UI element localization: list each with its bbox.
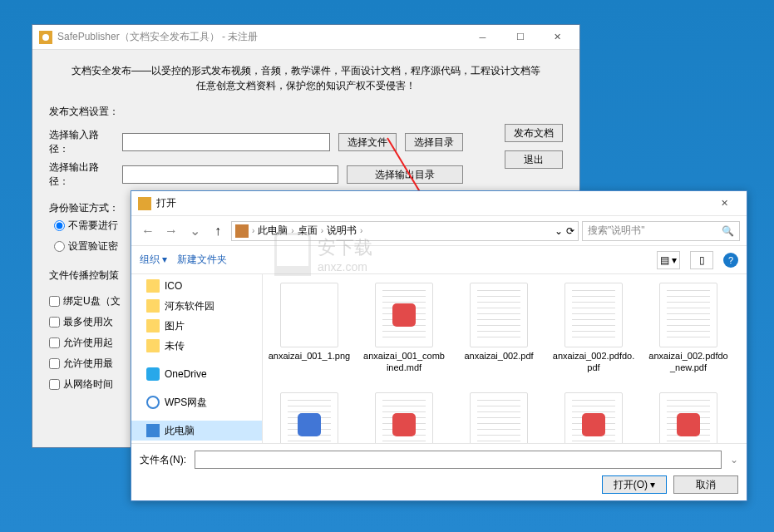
nav-tree: ICO 河东软件园 图片 未传 OneDrive WPS网盘 此电脑 网络 <box>131 274 263 443</box>
file-name: anxaizai_001_combined.mdf <box>362 351 446 374</box>
crumb-folder[interactable]: 说明书 <box>327 224 357 238</box>
search-box[interactable]: 搜索"说明书" 🔍 <box>582 221 740 241</box>
input-path-label: 选择输入路径： <box>49 128 114 156</box>
file-item[interactable]: anxaizai_002.pdfdo_new.pdf <box>645 279 732 387</box>
preview-pane-button[interactable]: ▯ <box>690 251 713 269</box>
address-bar[interactable]: › 此电脑 › 桌面 › 说明书 › ⌄ ⟳ <box>231 221 579 241</box>
new-folder-button[interactable]: 新建文件夹 <box>177 253 227 267</box>
file-name: anxaizai_001_1.png <box>269 351 350 362</box>
intro-text: 文档安全发布——以受控的形式发布视频，音频，教学课件，平面设计文档，程序源代码，… <box>49 63 563 93</box>
app-icon <box>39 31 52 44</box>
file-item[interactable]: anxaizai_001_combined.mdf <box>361 279 447 387</box>
intro-line1: 文档安全发布——以受控的形式发布视频，音频，教学课件，平面设计文档，程序源代码，… <box>49 63 563 78</box>
verif-radio2[interactable] <box>54 241 65 252</box>
maximize-button[interactable]: ☐ <box>501 26 539 49</box>
file-item[interactable]: anxaizai_003.pdf <box>361 389 447 443</box>
file-item[interactable]: anxaizai_002.pdf <box>456 279 542 387</box>
tree-item-hedong[interactable]: 河东软件园 <box>131 296 262 316</box>
exit-button[interactable]: 退出 <box>505 150 563 169</box>
verif-radio1[interactable] <box>54 220 65 231</box>
onedrive-icon <box>146 367 160 381</box>
organize-menu[interactable]: 组织 ▾ <box>140 253 167 267</box>
intro-line2: 任意创意文档资料，保护您的知识产权不受侵害！ <box>49 78 563 93</box>
minimize-button[interactable]: ─ <box>464 26 501 49</box>
file-list: anxaizai_001_1.pnganxaizai_001_combined.… <box>263 274 747 443</box>
docx-icon <box>298 413 321 436</box>
file-name: anxaizai_002.pdfdo.pdf <box>552 351 635 374</box>
file-thumb <box>564 283 623 347</box>
file-thumb <box>470 283 528 347</box>
open-button[interactable]: 打开(O) ▾ <box>602 475 667 494</box>
wps-icon <box>146 396 160 409</box>
dialog-title: 打开 <box>156 196 706 210</box>
dialog-titlebar: 打开 ✕ <box>131 191 747 216</box>
crumb-drop-icon[interactable]: ⌄ <box>555 225 563 237</box>
crumb-pc[interactable]: 此电脑 <box>258 224 288 238</box>
file-name: anxaizai_002.pdf <box>464 351 533 362</box>
file-thumb <box>659 283 717 347</box>
crumb-sep-icon: › <box>360 226 362 235</box>
crumb-sep-icon: › <box>321 226 323 235</box>
dialog-body: ICO 河东软件园 图片 未传 OneDrive WPS网盘 此电脑 网络 an… <box>131 274 747 443</box>
search-placeholder: 搜索"说明书" <box>588 224 645 238</box>
dialog-close-button[interactable]: ✕ <box>706 192 743 215</box>
nav-back-button[interactable]: ← <box>138 221 158 241</box>
open-dialog: 打开 ✕ ← → ⌄ ↑ › 此电脑 › 桌面 › 说明书 › ⌄ ⟳ 搜索"说… <box>131 190 747 501</box>
pdf-icon <box>677 413 700 436</box>
crumb-desktop[interactable]: 桌面 <box>298 224 318 238</box>
file-thumb <box>280 283 338 347</box>
filename-label: 文件名(N): <box>140 453 186 467</box>
filename-input[interactable] <box>195 451 722 469</box>
svg-rect-3 <box>138 197 151 210</box>
verif-label: 身份验证方式： <box>49 201 119 215</box>
titlebar: SafePublisher（文档安全发布工具） - 未注册 ─ ☐ ✕ <box>32 25 579 50</box>
nav-up-button[interactable]: ↑ <box>208 221 228 241</box>
dialog-toolbar: 组织 ▾ 新建文件夹 ▤ ▾ ▯ ? <box>131 246 747 274</box>
tree-item-pic[interactable]: 图片 <box>131 316 262 336</box>
tree-item-thispc[interactable]: 此电脑 <box>131 421 262 441</box>
dialog-footer: 文件名(N): ⌄ 打开(O) ▾ 取消 <box>131 443 747 500</box>
tree-item-onedrive[interactable]: OneDrive <box>131 364 262 384</box>
view-mode-button[interactable]: ▤ ▾ <box>657 251 680 269</box>
pc-icon <box>146 424 160 437</box>
file-item[interactable]: anxaizai_003.docx <box>266 389 352 443</box>
file-thumb <box>375 283 433 347</box>
help-icon[interactable]: ? <box>723 253 738 268</box>
output-path-field[interactable] <box>122 165 338 184</box>
nav-dropdown-icon[interactable]: ⌄ <box>185 221 205 241</box>
tree-item-wps[interactable]: WPS网盘 <box>131 392 262 412</box>
select-outdir-button[interactable]: 选择输出目录 <box>347 165 463 184</box>
cancel-button[interactable]: 取消 <box>673 475 738 494</box>
file-thumb <box>280 392 338 443</box>
refresh-icon[interactable]: ⟳ <box>566 225 574 237</box>
tree-item-weichuan[interactable]: 未传 <box>131 336 262 356</box>
file-thumb <box>470 392 528 443</box>
nav-forward-button[interactable]: → <box>161 221 181 241</box>
publish-button[interactable]: 发布文档 <box>505 124 563 142</box>
pdf-icon <box>392 303 416 327</box>
close-button[interactable]: ✕ <box>539 26 576 49</box>
crumb-sep-icon: › <box>291 226 293 235</box>
file-thumb <box>564 392 623 443</box>
file-thumb <box>375 392 433 443</box>
input-path-field[interactable] <box>122 133 330 151</box>
file-item[interactable]: anxaizai_003_new.pdf <box>550 389 637 443</box>
output-path-label: 选择输出路径： <box>49 160 114 189</box>
select-dir-button[interactable]: 选择目录 <box>405 133 463 151</box>
file-item[interactable]: anxaizai_002.pdfdo.pdf <box>550 279 637 387</box>
crumb-sep-icon: › <box>252 226 254 235</box>
file-item[interactable]: anxaizai_004.pdf <box>645 389 732 443</box>
file-item[interactable]: anxaizai_003.pdf.bak <box>456 389 542 443</box>
dialog-nav: ← → ⌄ ↑ › 此电脑 › 桌面 › 说明书 › ⌄ ⟳ 搜索"说明书" 🔍 <box>131 216 747 246</box>
filetype-dropdown-icon[interactable]: ⌄ <box>730 454 738 466</box>
pdf-icon <box>392 413 416 436</box>
select-file-button[interactable]: 选择文件 <box>338 133 397 151</box>
window-title: SafePublisher（文档安全发布工具） - 未注册 <box>57 30 464 44</box>
publish-section-label: 发布文档设置： <box>49 105 563 119</box>
tree-item-ico[interactable]: ICO <box>131 276 262 296</box>
search-icon[interactable]: 🔍 <box>722 225 734 237</box>
file-name: anxaizai_002.pdfdo_new.pdf <box>647 351 730 374</box>
file-item[interactable]: anxaizai_001_1.png <box>266 279 352 387</box>
pc-icon <box>235 224 249 238</box>
svg-point-1 <box>42 34 49 41</box>
